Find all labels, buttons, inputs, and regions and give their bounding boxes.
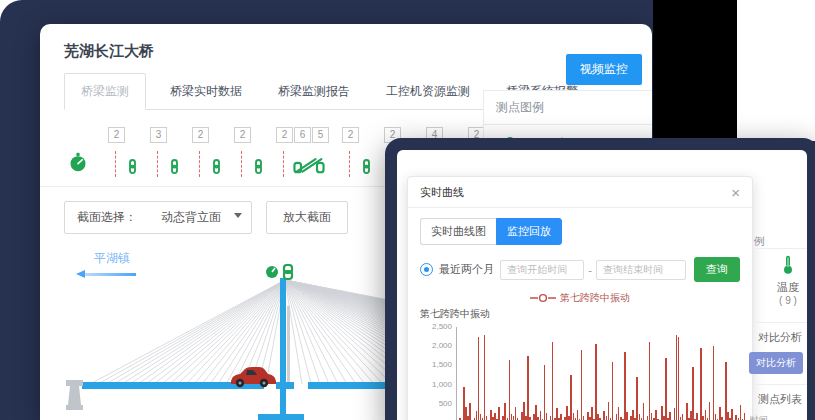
chart-bar [649,342,651,420]
temperature-point[interactable]: 温度 ( 9 ) [777,254,799,306]
compare-analysis-button[interactable]: 对比分析 [749,352,803,374]
section-select-label: 截面选择： [65,202,147,233]
tower-secondary [287,306,290,382]
y-tick-label: 500 [439,399,452,408]
modal-body: 实时曲线图监控回放 最近两个月 - 查询 [408,208,752,420]
sensor-group: 2 [190,127,232,178]
link-icon[interactable] [167,159,182,178]
close-icon[interactable]: × [731,185,740,200]
date-range-separator: - [584,264,596,276]
chart-bar [740,405,742,420]
sensor-count-badge: 2 [276,127,293,143]
link-icon[interactable] [251,159,266,178]
modal-tab-bar: 实时曲线图监控回放 [420,218,740,245]
overlay-window-content: 实时曲线 × 实时曲线图监控回放 最近两个月 - 查询 [397,150,807,420]
sensor-badges: 2 [192,127,209,143]
sensor-badges: 2 [342,127,359,143]
chart-bar [612,362,614,420]
chart-bar [744,413,746,420]
tab-桥梁实时数据[interactable]: 桥梁实时数据 [170,74,242,109]
chart-bar [595,344,597,420]
temperature-label: 温度 [777,280,799,295]
zoom-section-button[interactable]: 放大截面 [266,201,348,234]
modal-tab-实时曲线图[interactable]: 实时曲线图 [420,218,496,245]
overlay-window: 实时曲线 × 实时曲线图监控回放 最近两个月 - 查询 [385,138,815,420]
chart-bar [509,360,511,420]
recent-two-months-radio[interactable] [420,263,433,276]
tab-工控机资源监测[interactable]: 工控机资源监测 [386,74,470,109]
link-icon[interactable] [125,159,140,178]
modal-tab-监控回放[interactable]: 监控回放 [496,218,562,245]
chart-bar [643,403,645,420]
legend-marker-icon [530,293,556,303]
tab-桥梁监测[interactable]: 桥梁监测 [64,73,146,110]
sensor-icons [232,146,266,178]
divider [753,248,807,249]
black-backdrop [653,0,737,141]
dashed-line-icon [157,151,158,177]
chart-bar [713,346,715,420]
chart-bar [469,403,471,420]
sensor-count-badge: 5 [312,127,329,143]
pier-cap [258,414,304,420]
chart-legend: 第七跨跨中振动 [420,291,740,305]
sensor-badges: 3 [150,127,167,143]
sensor-group: 2 [106,127,148,178]
chart-bar [692,367,694,420]
y-tick-label: 1,500 [432,360,452,369]
tower-top-link-icon[interactable] [284,265,292,279]
sensor-badges: 2 [234,127,251,143]
sensor-icons [148,146,182,178]
sensor-count-badge: 6 [294,127,311,143]
sensor-count-badge: 3 [150,127,167,143]
bridge-tower [280,278,286,414]
sensor-count-badge: 2 [342,127,359,143]
point-legend-title: 测点图例 [484,91,652,125]
recent-two-months-label: 最近两个月 [439,262,494,277]
chart-bar [552,342,554,420]
dashed-line-icon [199,151,200,177]
video-monitor-button[interactable]: 视频监控 [566,54,642,85]
deck-center [276,382,294,389]
chart-bar [624,352,626,420]
expansion-joint-icon[interactable] [293,156,325,178]
tower-top-gauge-icon[interactable] [266,266,278,278]
query-start-time-input[interactable] [500,260,584,280]
gauge-icon[interactable] [68,152,88,176]
dashed-line-icon [115,151,116,177]
link-icon[interactable] [209,159,224,178]
chart-bar [544,365,546,420]
link-icon[interactable] [359,159,374,178]
chart-bar [498,407,500,420]
chart-bar [700,348,702,420]
chart-bars [457,327,745,420]
y-tick-label: 2,500 [432,322,452,331]
query-row: 最近两个月 - 查询 [420,257,740,282]
sensor-icons [340,146,374,178]
realtime-curve-modal: 实时曲线 × 实时曲线图监控回放 最近两个月 - 查询 [407,176,753,420]
page-title: 芜湖长江大桥 [64,42,628,61]
divider [753,384,807,385]
dashed-line-icon [283,151,284,177]
modal-header: 实时曲线 × [408,177,752,208]
sensor-group: 2 [232,127,274,178]
chart-bar [478,337,480,420]
tab-桥梁监测报告[interactable]: 桥梁监测报告 [278,74,350,109]
section-select-group: 截面选择： 动态背立面 [64,201,252,234]
chart-bar [709,402,711,420]
chart-bar [678,337,680,420]
temperature-count: ( 9 ) [777,295,799,306]
sensor-badges: 2 [108,127,125,143]
sensor-group: 2 [340,127,382,178]
dashed-line-icon [349,151,350,177]
compare-section-label: 对比分析 [758,330,802,345]
chart-axis-title: 第七跨跨中振动 [420,307,740,321]
abutment [66,380,83,410]
section-dropdown[interactable]: 动态背立面 [147,202,251,233]
query-end-time-input[interactable] [596,260,686,280]
underlying-right-panel: 例 温度 ( 9 ) 对比分析 对比分析 测点列表 [753,150,807,420]
query-button[interactable]: 查询 [694,257,740,282]
thermometer-icon [780,266,796,278]
sensor-badges: 265 [276,127,329,143]
chart-bar [581,350,583,420]
